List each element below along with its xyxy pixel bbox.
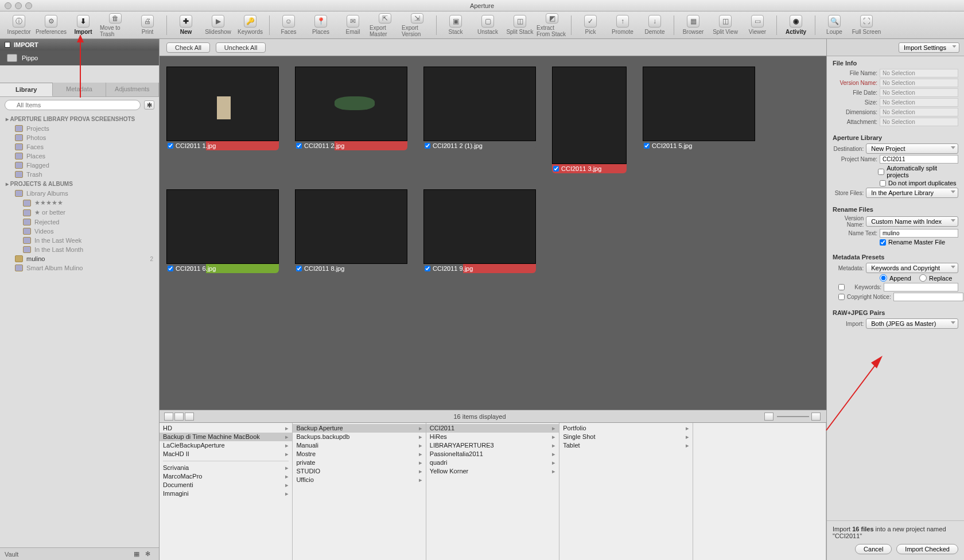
thumbnail-checkbox[interactable] xyxy=(168,143,173,149)
no-duplicates-checkbox[interactable] xyxy=(880,180,886,186)
column-item[interactable]: STUDIO▸ xyxy=(293,467,425,476)
search-input[interactable] xyxy=(5,100,141,110)
thumbnail-checkbox[interactable] xyxy=(553,166,559,172)
copyright-input[interactable] xyxy=(893,293,963,301)
column-item[interactable]: MarcoMacPro▸ xyxy=(160,472,292,481)
thumbnail[interactable]: CCI2011 2.jpg xyxy=(295,67,407,173)
tree-item[interactable]: Rejected xyxy=(0,217,159,227)
store-files-select[interactable]: In the Aperture Library xyxy=(866,188,958,198)
toolbar-demote[interactable]: ↓Demote xyxy=(639,13,670,37)
tree-item[interactable]: Projects xyxy=(0,124,159,133)
replace-radio[interactable] xyxy=(919,274,927,282)
tree-item[interactable]: Library Albums xyxy=(0,189,159,198)
toolbar-viewer[interactable]: ▭Viewer xyxy=(742,13,773,37)
tree-item[interactable]: Videos xyxy=(0,227,159,236)
version-name-select[interactable]: Custom Name with Index xyxy=(866,216,958,227)
raw-import-select[interactable]: Both (JPEG as Master) xyxy=(866,318,958,329)
toolbar-activity[interactable]: ◉Activity xyxy=(780,13,811,37)
toolbar-faces[interactable]: ☺Faces xyxy=(273,13,304,37)
tree-item[interactable]: Places xyxy=(0,151,159,161)
toolbar-full-screen[interactable]: ⛶Full Screen xyxy=(851,13,882,37)
thumbnail[interactable]: CCI2011 2 (1).jpg xyxy=(423,67,536,173)
thumbnail[interactable]: CCI2011 8.jpg xyxy=(295,189,407,273)
toolbar-export-version[interactable]: ⇲Export Version xyxy=(402,13,433,37)
uncheck-all-button[interactable]: Uncheck All xyxy=(216,42,266,53)
toolbar-keywords[interactable]: 🔑Keywords xyxy=(235,13,266,37)
column-item[interactable]: HD▸ xyxy=(160,424,292,433)
thumbnail-checkbox[interactable] xyxy=(168,266,173,271)
close-icon[interactable] xyxy=(5,2,11,9)
column-item[interactable]: Single Shot▸ xyxy=(559,433,692,441)
device-row[interactable]: Pippo xyxy=(0,50,159,65)
toolbar-email[interactable]: ✉Email xyxy=(337,13,368,37)
gear-icon[interactable]: ✻ xyxy=(144,100,154,110)
tree-item[interactable]: mulino2 xyxy=(0,254,159,263)
cancel-button[interactable]: Cancel xyxy=(855,544,892,554)
toolbar-import[interactable]: ⬇Import xyxy=(68,13,99,37)
toolbar-slideshow[interactable]: ▶Slideshow xyxy=(203,13,234,37)
column-item[interactable]: Portfolio▸ xyxy=(559,424,692,433)
import-settings-menu[interactable]: Import Settings xyxy=(899,42,959,53)
list-view-icon[interactable] xyxy=(174,413,184,421)
tree-header[interactable]: ▸ APERTURE LIBRARY PROVA SCREENSHOTS xyxy=(0,114,159,124)
zoom-icon[interactable] xyxy=(25,2,32,9)
vault-label[interactable]: Vault xyxy=(5,551,18,558)
tree-item[interactable]: Flagged xyxy=(0,161,159,170)
toolbar-split-stack[interactable]: ◫Split Stack xyxy=(504,13,535,37)
thumb-size-large-icon[interactable] xyxy=(811,413,821,421)
project-name-input[interactable] xyxy=(880,155,958,164)
tree-header[interactable]: ▸ PROJECTS & ALBUMS xyxy=(0,179,159,189)
column-item[interactable]: HiRes▸ xyxy=(426,433,559,441)
rename-master-checkbox[interactable] xyxy=(880,239,886,246)
toolbar-new[interactable]: ✚New xyxy=(170,13,201,37)
column-item[interactable]: Ufficio▸ xyxy=(293,476,425,484)
check-all-button[interactable]: Check All xyxy=(166,42,210,53)
tree-item[interactable]: Smart Album Mulino xyxy=(0,263,159,273)
tab-adjustments[interactable]: Adjustments xyxy=(106,83,159,96)
column-item[interactable]: Manuali▸ xyxy=(293,441,425,450)
toolbar-export-master[interactable]: ⇱Export Master xyxy=(370,13,401,37)
tree-item[interactable]: In the Last Week xyxy=(0,236,159,245)
name-text-input[interactable] xyxy=(880,229,958,238)
column-item[interactable]: LIBRARYAPERTURE3▸ xyxy=(426,441,559,450)
column-item[interactable]: MacHD II▸ xyxy=(160,450,292,458)
toolbar-pick[interactable]: ✓Pick xyxy=(575,13,606,37)
thumbnail-checkbox[interactable] xyxy=(425,266,430,271)
grid-view-icon[interactable] xyxy=(164,413,173,421)
column-item[interactable]: Backup di Time Machine MacBook▸ xyxy=(160,433,292,441)
tree-item[interactable]: Photos xyxy=(0,133,159,142)
toolbar-inspector[interactable]: ⓘInspector xyxy=(3,13,34,37)
column-item[interactable]: Backup Aperture▸ xyxy=(293,424,425,433)
column-item[interactable]: CCI2011▸ xyxy=(426,424,559,433)
column-item[interactable]: PassioneItalia2011▸ xyxy=(426,450,559,458)
thumbnail-checkbox[interactable] xyxy=(644,143,650,149)
thumbnail[interactable]: CCI2011 1.jpg xyxy=(166,67,279,173)
tree-item[interactable]: ★★★★★ xyxy=(0,198,159,208)
column-item[interactable]: Scrivania▸ xyxy=(160,464,292,472)
column-item[interactable]: private▸ xyxy=(293,458,425,467)
thumbnail-checkbox[interactable] xyxy=(296,266,302,271)
thumbnail[interactable]: CCI2011 6.jpg xyxy=(166,189,279,273)
tree-item[interactable]: ★ or better xyxy=(0,208,159,217)
thumbnail-checkbox[interactable] xyxy=(425,143,430,149)
copyright-checkbox[interactable] xyxy=(838,294,845,300)
toolbar-print[interactable]: 🖨Print xyxy=(132,13,163,37)
toolbar-loupe[interactable]: 🔍Loupe xyxy=(819,13,850,37)
metadata-select[interactable]: Keywords and Copyright xyxy=(866,263,958,273)
toolbar-move-to-trash[interactable]: 🗑Move to Trash xyxy=(100,13,131,37)
column-item[interactable]: Immagini▸ xyxy=(160,489,292,498)
thumbnail[interactable]: CCI2011 3.jpg xyxy=(552,67,627,173)
column-item[interactable]: Mostre▸ xyxy=(293,450,425,458)
keywords-checkbox[interactable] xyxy=(838,284,845,290)
import-checked-button[interactable]: Import Checked xyxy=(896,544,958,554)
tree-item[interactable]: In the Last Month xyxy=(0,245,159,254)
column-item[interactable]: Backups.backupdb▸ xyxy=(293,433,425,441)
toolbar-promote[interactable]: ↑Promote xyxy=(607,13,638,37)
column-item[interactable]: Documenti▸ xyxy=(160,481,292,489)
column-item[interactable]: Yellow Korner▸ xyxy=(426,467,559,476)
toolbar-split-view[interactable]: ◫Split View xyxy=(710,13,741,37)
toolbar-browser[interactable]: ▦Browser xyxy=(678,13,709,37)
tree-item[interactable]: Trash xyxy=(0,170,159,179)
toolbar-extract-from-stack[interactable]: ◩Extract From Stack xyxy=(537,13,567,37)
tab-metadata[interactable]: Metadata xyxy=(53,83,106,96)
